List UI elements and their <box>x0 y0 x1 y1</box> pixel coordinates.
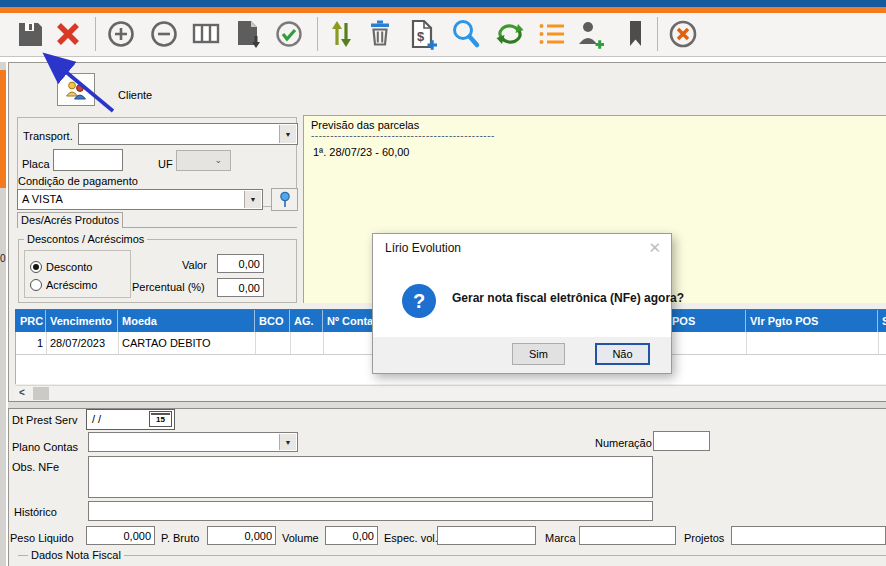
col-header-bco[interactable]: BCO <box>255 310 289 333</box>
transport-label: Transport. <box>23 130 73 142</box>
refresh-icon <box>493 17 527 51</box>
numeracao-input[interactable] <box>653 431 710 451</box>
col-header-prc[interactable]: PRC <box>16 310 45 333</box>
valor-input[interactable] <box>217 254 264 273</box>
p-bruto-input[interactable] <box>207 526 276 545</box>
horizontal-scrollbar[interactable]: < <box>15 385 886 401</box>
col-header-vencimento[interactable]: Vencimento <box>46 310 117 333</box>
sort-button[interactable] <box>322 15 360 53</box>
dados-nota-fiscal-groupline <box>18 555 886 556</box>
chevron-down-icon[interactable]: ▼ <box>279 434 296 450</box>
left-edge-orange-strip <box>0 70 6 188</box>
chevron-down-icon[interactable]: ▼ <box>279 125 296 143</box>
cancel-x-icon <box>51 17 85 51</box>
marca-label: Marca <box>545 532 576 544</box>
cell-separator <box>290 332 291 354</box>
plano-contas-combobox[interactable]: ▼ <box>88 432 298 452</box>
close-button[interactable] <box>664 15 702 53</box>
confirm-button[interactable] <box>270 15 308 53</box>
payment-condition-combobox[interactable]: A VISTA ▼ <box>17 189 263 210</box>
cell-moeda: CARTAO DEBITO <box>122 332 254 354</box>
cell-prc: 1 <box>17 332 43 354</box>
splitter[interactable] <box>8 401 886 409</box>
list-button[interactable] <box>533 15 571 53</box>
historico-input[interactable] <box>88 501 653 521</box>
desconto-radio[interactable] <box>30 261 42 273</box>
p-bruto-label: P. Bruto <box>161 532 199 544</box>
chevron-down-icon[interactable]: ▼ <box>244 191 261 208</box>
espec-vol-input[interactable] <box>437 526 536 545</box>
acrescimo-radio-label: Acréscimo <box>46 279 97 291</box>
columns-icon <box>189 17 223 51</box>
delete-button[interactable] <box>361 15 399 53</box>
dt-prest-serv-label: Dt Prest Serv <box>12 414 77 426</box>
dt-prest-serv-field[interactable]: / / 15 <box>86 409 175 430</box>
parcelas-line: 1ª. 28/07/23 - 60,00 <box>313 146 409 158</box>
col-header-moeda[interactable]: Moeda <box>118 310 254 333</box>
cell-separator <box>46 332 47 354</box>
volume-input[interactable] <box>325 526 378 545</box>
yes-button[interactable]: Sim <box>512 343 565 365</box>
tab-des-acres-produtos[interactable]: Des/Acrés Produtos <box>17 212 123 228</box>
col-header-ag[interactable]: AG. <box>290 310 322 333</box>
invoice-add-button[interactable]: $ <box>403 15 441 53</box>
bookmark-icon <box>618 17 652 51</box>
toolbar-separator <box>317 17 318 51</box>
plus-circle-icon <box>104 17 138 51</box>
parcelas-divider: ----------------------------------------… <box>311 130 495 141</box>
question-icon: ? <box>402 284 436 318</box>
save-button[interactable] <box>11 15 49 53</box>
no-button[interactable]: Não <box>595 343 650 365</box>
list-icon <box>535 17 569 51</box>
calendar-button[interactable]: 15 <box>149 411 172 427</box>
top-blue-bar <box>0 0 886 7</box>
percentual-label: Percentual (%) <box>132 281 205 293</box>
transport-combobox[interactable]: ▼ <box>78 123 298 145</box>
export-document-button[interactable] <box>229 15 267 53</box>
projetos-input[interactable] <box>731 526 886 545</box>
dialog-message: Gerar nota fiscal eletrônica (NFe) agora… <box>452 291 684 305</box>
add-user-button[interactable] <box>571 15 609 53</box>
col-header-s[interactable]: S <box>878 310 886 333</box>
columns-button[interactable] <box>187 15 225 53</box>
scrollbar-thumb[interactable] <box>33 387 49 400</box>
cell-separator <box>255 332 256 354</box>
numeracao-label: Numeração <box>595 437 652 449</box>
peso-liquido-label: Peso Liquido <box>10 532 74 544</box>
scroll-left-arrow[interactable]: < <box>19 387 25 398</box>
chevron-down-icon: ⌄ <box>214 155 222 165</box>
peso-liquido-input[interactable] <box>86 526 155 545</box>
refresh-button[interactable] <box>491 15 529 53</box>
uf-label: UF <box>158 158 173 170</box>
zoom-in-button[interactable] <box>102 15 140 53</box>
payment-pin-button[interactable] <box>271 188 298 211</box>
obs-nfe-textarea[interactable] <box>88 456 653 498</box>
document-money-plus-icon: $ <box>405 17 439 51</box>
dialog-titlebar[interactable]: Lírio Evolution ✕ <box>373 234 671 263</box>
projetos-label: Projetos <box>684 532 724 544</box>
toolbar-separator <box>95 17 96 51</box>
save-icon <box>13 17 47 51</box>
search-button[interactable] <box>447 15 485 53</box>
col-header-pos[interactable]: POS <box>668 310 744 333</box>
dialog-close-icon[interactable]: ✕ <box>648 239 661 257</box>
app-window: $ 0 Cliente Transport. ▼ Pla <box>0 0 886 566</box>
placa-input[interactable] <box>53 149 123 171</box>
main-toolbar: $ <box>0 13 886 57</box>
check-circle-icon <box>272 17 306 51</box>
uf-combobox[interactable]: ⌄ <box>176 150 231 171</box>
acrescimo-radio[interactable] <box>30 279 42 291</box>
desconto-radio-label: Desconto <box>46 261 92 273</box>
zoom-out-button[interactable] <box>145 15 183 53</box>
client-icon-button[interactable] <box>57 73 95 106</box>
col-header-vlr-pgto-pos[interactable]: Vlr Pgto POS <box>746 310 877 333</box>
person-plus-icon <box>573 17 607 51</box>
bookmark-button[interactable] <box>616 15 654 53</box>
client-label: Cliente <box>118 89 152 101</box>
cancel-button[interactable] <box>49 15 87 53</box>
percentual-input[interactable] <box>217 278 264 297</box>
svg-text:$: $ <box>417 29 425 44</box>
historico-label: Histórico <box>14 506 57 518</box>
volume-label: Volume <box>282 532 319 544</box>
marca-input[interactable] <box>579 526 676 545</box>
